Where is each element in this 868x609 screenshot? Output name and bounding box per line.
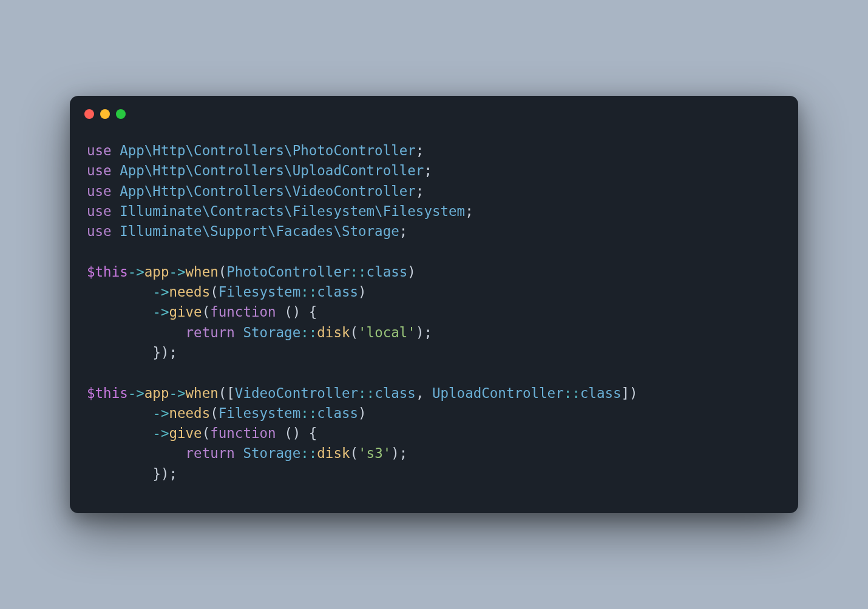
keyword-function: function [210, 425, 276, 441]
semicolon: ; [399, 223, 408, 239]
property-app: app [144, 264, 169, 280]
keyword-use: use [87, 203, 112, 219]
code-window: use App\Http\Controllers\PhotoController… [70, 96, 798, 513]
space [235, 325, 243, 340]
keyword-function: function [210, 304, 276, 320]
variable-this: $this [87, 264, 128, 280]
namespace: App\Http\Controllers\PhotoController [112, 143, 416, 158]
string-local: 'local' [358, 325, 416, 340]
class-constant: class [580, 385, 622, 401]
property-app: app [144, 385, 169, 401]
method-when: when [186, 385, 219, 401]
keyword-return: return [186, 325, 235, 340]
space [276, 425, 285, 441]
lparen: ( [210, 405, 219, 421]
double-colon: :: [300, 284, 317, 300]
class-constant: class [375, 385, 416, 401]
method-give: give [169, 425, 202, 441]
rparen-semi: ); [391, 445, 407, 461]
method-when: when [186, 264, 219, 280]
keyword-use: use [87, 143, 112, 158]
namespace: App\Http\Controllers\UploadController [112, 163, 424, 178]
indent [87, 405, 152, 421]
indent [87, 284, 152, 300]
arrow-operator: -> [128, 264, 144, 280]
lbrace: { [309, 304, 317, 320]
fullscreen-icon[interactable] [116, 109, 126, 119]
lparen: ( [350, 445, 359, 461]
namespace: App\Http\Controllers\VideoController [112, 183, 416, 199]
rparen: ) [629, 385, 638, 401]
double-colon: :: [350, 264, 367, 280]
space [300, 304, 309, 320]
lparen: ( [202, 425, 211, 441]
close-icon[interactable] [84, 109, 94, 119]
rparen: ) [358, 284, 367, 300]
minimize-icon[interactable] [100, 109, 110, 119]
indent [87, 345, 152, 360]
space [276, 304, 285, 320]
rparen: ) [293, 304, 301, 320]
method-give: give [169, 304, 202, 320]
lparen: ( [202, 304, 211, 320]
indent [87, 466, 152, 482]
indent [87, 304, 152, 320]
class-constant: class [317, 405, 358, 421]
lparen: ( [210, 284, 219, 300]
method-disk: disk [317, 325, 350, 340]
class-constant: class [367, 264, 408, 280]
class-constant: class [317, 284, 358, 300]
arrow-operator: -> [152, 284, 169, 300]
class-filesystem: Filesystem [219, 284, 300, 300]
rparen: ) [407, 264, 416, 280]
method-needs: needs [169, 284, 210, 300]
class-storage: Storage [243, 325, 300, 340]
method-needs: needs [169, 405, 210, 421]
lparen: ( [284, 304, 293, 320]
semicolon: ; [416, 143, 424, 158]
rbracket: ] [622, 385, 630, 401]
variable-this: $this [87, 385, 128, 401]
code-block: use App\Http\Controllers\PhotoController… [70, 119, 798, 513]
method-disk: disk [317, 445, 350, 461]
keyword-use: use [87, 183, 112, 199]
double-colon: :: [300, 325, 317, 340]
double-colon: :: [564, 385, 580, 401]
indent [87, 325, 186, 340]
semicolon: ; [465, 203, 473, 219]
close-brace-paren-semi: }); [152, 345, 177, 360]
comma: , [416, 385, 432, 401]
lbracket: [ [226, 385, 235, 401]
arrow-operator: -> [169, 264, 185, 280]
lparen: ( [350, 325, 359, 340]
arrow-operator: -> [128, 385, 144, 401]
arrow-operator: -> [152, 405, 169, 421]
lparen: ( [284, 425, 293, 441]
string-s3: 's3' [358, 445, 391, 461]
arrow-operator: -> [169, 385, 185, 401]
keyword-return: return [186, 445, 235, 461]
space [235, 445, 243, 461]
rparen-semi: ); [416, 325, 432, 340]
lbrace: { [309, 425, 317, 441]
lparen: ( [219, 264, 227, 280]
double-colon: :: [358, 385, 375, 401]
keyword-use: use [87, 223, 112, 239]
double-colon: :: [300, 405, 317, 421]
semicolon: ; [424, 163, 432, 178]
arrow-operator: -> [152, 304, 169, 320]
arrow-operator: -> [152, 425, 169, 441]
rparen: ) [293, 425, 301, 441]
class-upload: UploadController [432, 385, 564, 401]
class-video: VideoController [235, 385, 358, 401]
lparen: ( [219, 385, 227, 401]
indent [87, 425, 152, 441]
semicolon: ; [416, 183, 424, 199]
class-photo: PhotoController [226, 264, 350, 280]
keyword-use: use [87, 163, 112, 178]
class-storage: Storage [243, 445, 300, 461]
space [300, 425, 309, 441]
indent [87, 445, 186, 461]
window-titlebar [70, 96, 798, 119]
rparen: ) [358, 405, 367, 421]
